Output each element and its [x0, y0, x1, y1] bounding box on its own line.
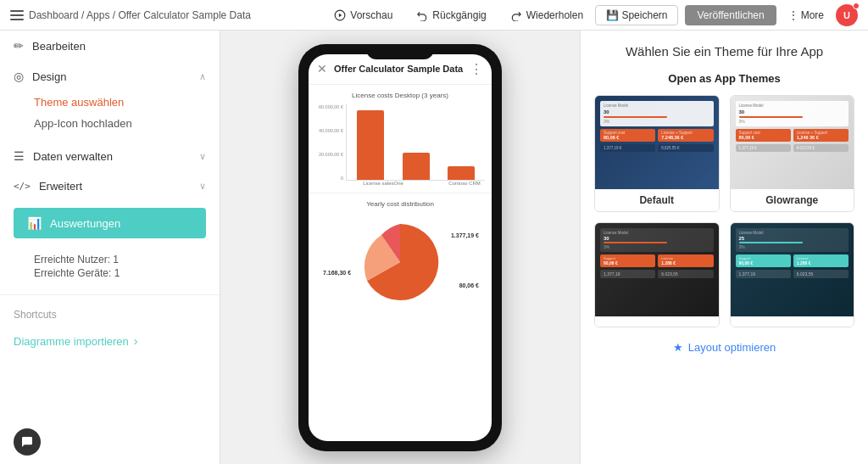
y-label-1: 60.000,00 € — [315, 104, 343, 109]
more-button[interactable]: ⋮ More — [783, 6, 829, 25]
sidebar-item-design[interactable]: ◎ Design ∧ — [0, 61, 220, 92]
stat-nutzer: Erreichte Nutzer: 1 — [34, 254, 206, 266]
phone-frame: ✕ Offer Calculator Sample Data ⋮ License… — [298, 44, 502, 451]
theme-card-label-default: Default — [595, 189, 719, 211]
sidebar-item-label: Erweitert — [39, 180, 191, 193]
topbar-center: Vorschau Rückgängig Wiederholen — [329, 6, 588, 25]
sidebar-item-auswertungen[interactable]: 📊 Auswertungen — [14, 208, 206, 238]
theme-card-label-dark — [595, 316, 719, 327]
bars-col — [346, 104, 485, 181]
y-label-2: 40.000,00 € — [315, 128, 343, 133]
sidebar-item-label: Bearbeiten — [32, 40, 206, 53]
auswertungen-stats: Erreichte Nutzer: 1 Erreichte Geräte: 1 — [0, 245, 220, 288]
chart-icon: 📊 — [27, 216, 42, 230]
avatar[interactable]: U — [836, 4, 858, 26]
save-button[interactable]: 💾 Speichern — [595, 5, 678, 25]
y-label-4: 0 — [315, 176, 343, 181]
breadcrumb: Dashboard / Apps / Offer Calculator Samp… — [29, 9, 251, 21]
undo-button[interactable]: Rückgängig — [411, 6, 491, 25]
optimize-label: Layout optimieren — [688, 341, 776, 354]
sidebar: ✏ Bearbeiten ◎ Design ∧ Theme auswählen … — [0, 31, 220, 464]
bar-2 — [403, 153, 430, 180]
import-link[interactable]: Diagramme importieren › — [0, 327, 220, 355]
close-icon[interactable]: ✕ — [317, 62, 327, 75]
x-label-1: License salesOne — [346, 181, 403, 186]
pie-container: 7.168,30 € 80,06 € 1.377,19 € — [315, 211, 485, 313]
chevron-down-icon: ∨ — [199, 181, 206, 192]
sidebar-item-label: Design — [32, 70, 191, 83]
y-label-3: 20.000,00 € — [315, 152, 343, 157]
right-panel-title: Wählen Sie ein Theme für Ihre App — [594, 44, 854, 59]
design-icon: ◎ — [14, 70, 24, 83]
theme-preview-default: License Model 30 3% Support cost 80,06 € — [595, 96, 719, 189]
theme-preview-glowrange: License Model 30 3% Support cost 80,06 € — [731, 96, 854, 189]
sidebar-item-erweitert[interactable]: </> Erweitert ∨ — [0, 171, 220, 201]
main-layout: ✏ Bearbeiten ◎ Design ∧ Theme auswählen … — [0, 31, 868, 464]
themes-grid: License Model 30 3% Support cost 80,06 € — [594, 95, 854, 327]
chart-area-row: 60.000,00 € 40.000,00 € 20.000,00 € 0 — [315, 104, 485, 181]
more-dots-icon[interactable]: ⋮ — [470, 61, 483, 77]
chevron-up-icon: ∧ — [199, 71, 206, 82]
hamburger-icon[interactable] — [10, 10, 24, 20]
bar-group-1 — [350, 110, 391, 180]
save-icon: 💾 — [606, 9, 619, 21]
right-panel: Wählen Sie ein Theme für Ihre App Open a… — [580, 31, 868, 464]
sidebar-sub-item-theme[interactable]: Theme auswählen — [34, 92, 206, 113]
design-submenu: Theme auswählen App-Icon hochladen — [0, 92, 220, 141]
theme-preview-teal: License Model 25 3% Support 90,06 € Lice… — [731, 223, 854, 316]
data-icon: ☰ — [14, 149, 25, 163]
chevron-down-icon: ∨ — [199, 151, 206, 162]
sidebar-item-label: Auswertungen — [50, 217, 192, 230]
mini-card: License Model 30 3% — [600, 101, 714, 126]
sidebar-item-label: Daten verwalten — [33, 150, 191, 163]
divider — [0, 294, 220, 295]
bar-group-2 — [396, 153, 437, 180]
chat-icon — [20, 435, 34, 449]
pie-chart-area: Yearly cost distribution 7.168,30 € 80,0… — [309, 193, 492, 441]
pie-label-1: 7.168,30 € — [320, 269, 353, 277]
theme-preview-dark: License Model 30 3% Support 90,06 € Lice… — [595, 223, 719, 316]
undo-label: Rückgängig — [432, 9, 486, 21]
y-axis: 60.000,00 € 40.000,00 € 20.000,00 € 0 — [315, 104, 346, 181]
redo-button[interactable]: Wiederholen — [505, 6, 588, 25]
theme-card-glowrange[interactable]: License Model 30 3% Support cost 80,06 € — [730, 95, 855, 212]
theme-card-label-glowrange: Glowrange — [731, 189, 854, 211]
mini-card: License Model 30 3% — [736, 101, 849, 126]
bar-1 — [357, 110, 384, 180]
topbar-left: Dashboard / Apps / Offer Calculator Samp… — [10, 9, 322, 21]
theme-card-default[interactable]: License Model 30 3% Support cost 80,06 € — [594, 95, 720, 212]
more-dots-icon: ⋮ — [788, 9, 798, 21]
theme-card-dark[interactable]: License Model 30 3% Support 90,06 € Lice… — [594, 222, 720, 327]
sidebar-item-daten[interactable]: ☰ Daten verwalten ∨ — [0, 141, 220, 171]
preview-label: Vorschau — [350, 9, 392, 21]
theme-card-label-teal — [731, 316, 854, 327]
edit-icon: ✏ — [14, 39, 24, 53]
bar-group-3 — [441, 166, 481, 180]
sidebar-sub-item-icon[interactable]: App-Icon hochladen — [34, 113, 206, 134]
redo-label: Wiederholen — [526, 9, 583, 21]
stat-geraete: Erreichte Geräte: 1 — [34, 267, 206, 279]
sidebar-bottom — [0, 420, 220, 464]
avatar-badge — [853, 3, 860, 9]
x-labels-row: License salesOne Contoso CRM — [315, 181, 485, 186]
pie-svg — [358, 220, 442, 305]
phone-screen: ✕ Offer Calculator Sample Data ⋮ License… — [309, 54, 492, 441]
bar-3 — [448, 166, 475, 180]
arrow-right-icon: › — [134, 334, 138, 348]
import-label: Diagramme importieren — [14, 335, 129, 348]
sidebar-item-bearbeiten[interactable]: ✏ Bearbeiten — [0, 31, 220, 61]
star-icon: ★ — [673, 341, 683, 354]
bar-chart-title: License costs Desktop (3 years) — [315, 92, 485, 99]
x-label-3: Contoso CRM — [444, 181, 485, 186]
layout-optimize-button[interactable]: ★ Layout optimieren — [594, 341, 854, 354]
svg-marker-1 — [339, 13, 342, 17]
pie-label-2: 80,06 € — [457, 282, 481, 289]
preview-button[interactable]: Vorschau — [329, 6, 398, 25]
pie-chart-title: Yearly cost distribution — [315, 200, 485, 208]
publish-button[interactable]: Veröffentlichen — [685, 5, 776, 25]
center-preview: ✕ Offer Calculator Sample Data ⋮ License… — [220, 31, 580, 464]
code-icon: </> — [14, 181, 31, 192]
chat-bubble-button[interactable] — [14, 428, 41, 456]
theme-card-teal[interactable]: License Model 25 3% Support 90,06 € Lice… — [730, 222, 855, 327]
bar-chart-area: License costs Desktop (3 years) 60.000,0… — [309, 85, 492, 193]
